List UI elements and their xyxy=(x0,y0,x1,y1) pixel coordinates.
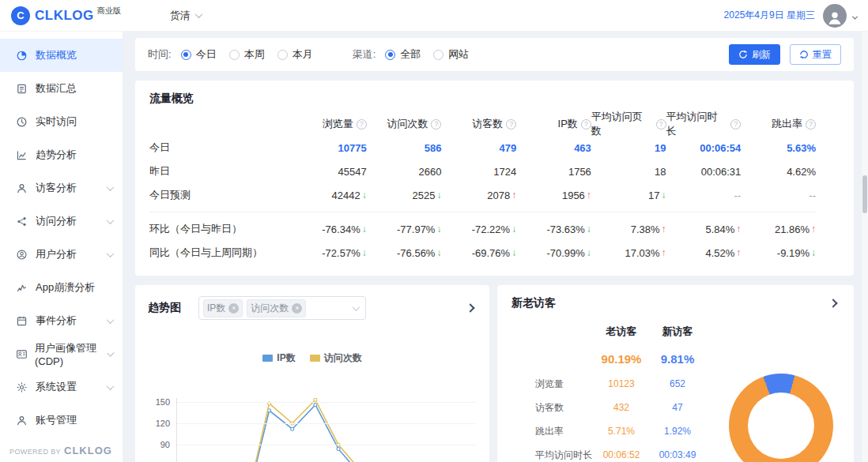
info-icon[interactable]: ? xyxy=(656,119,666,130)
metric-value: 42442↓ xyxy=(292,183,367,207)
metric-text: -77.97% xyxy=(397,223,435,235)
metric-text: -76.56% xyxy=(397,247,435,259)
y-tick-label: 120 xyxy=(156,419,170,428)
row-label: 今日 xyxy=(149,136,292,160)
metric-value: 18 xyxy=(591,160,666,183)
time-filter-label: 时间: xyxy=(148,47,172,62)
time-option-0[interactable]: 今日 xyxy=(181,47,217,62)
legend-swatch xyxy=(310,355,320,362)
sidebar-item-visit-analysis[interactable]: 访问分析 xyxy=(0,205,123,238)
info-icon[interactable]: ? xyxy=(506,119,516,130)
filter-bar: 时间: 今日本周本月 渠道: 全部网站 刷新 重置 xyxy=(135,38,854,71)
y-tick-label: 150 xyxy=(156,397,170,407)
sidebar-item-event-analysis[interactable]: 事件分析 xyxy=(0,304,123,337)
sidebar-item-data-summary[interactable]: 数据汇总 xyxy=(0,72,123,105)
gridline xyxy=(177,402,477,403)
metric-text: -72.22% xyxy=(472,223,510,235)
remove-tag-icon[interactable]: × xyxy=(228,303,239,314)
chevron-right-icon xyxy=(466,303,474,312)
main-content: 时间: 今日本周本月 渠道: 全部网站 刷新 重置 流量概览 浏览量?访问次数?… xyxy=(123,32,868,462)
trend-chart-card: 趋势图 IP数×访问次数× IP数访问次数 15012090 xyxy=(135,285,489,462)
sidebar-item-account-management[interactable]: 账号管理 xyxy=(0,404,123,437)
metric-value: 4.62% xyxy=(741,160,816,183)
metric-value: 17↓ xyxy=(591,183,666,207)
gridline xyxy=(177,445,477,445)
bottom-row: 趋势图 IP数×访问次数× IP数访问次数 15012090 xyxy=(135,285,854,462)
sidebar-item-realtime-visits[interactable]: 实时访问 xyxy=(0,105,123,138)
user-menu-caret[interactable] xyxy=(853,9,857,23)
sidebar-item-visitor-analysis[interactable]: 访客分析 xyxy=(0,171,123,205)
sidebar-item-app-crash-analysis[interactable]: App崩溃分析 xyxy=(0,271,123,304)
info-icon[interactable]: ? xyxy=(581,119,591,130)
y-axis-labels: 15012090 xyxy=(148,398,176,462)
metric-value: 4.52%↑ xyxy=(666,241,742,265)
column-header: 访客数? xyxy=(441,112,516,136)
legend-label: 访问次数 xyxy=(324,351,362,365)
metric-text: 2525 xyxy=(413,190,436,201)
metric-multiselect[interactable]: IP数×访问次数× xyxy=(198,296,366,320)
time-option-2[interactable]: 本月 xyxy=(277,47,313,62)
traffic-overview-card: 流量概览 浏览量?访问次数?访客数?IP数?平均访问页数?平均访问时长?跳出率?… xyxy=(135,81,854,276)
sidebar-item-label: 数据概览 xyxy=(36,48,77,62)
remove-tag-icon[interactable]: × xyxy=(292,303,302,314)
chevron-down-icon xyxy=(107,183,115,191)
reset-button[interactable]: 重置 xyxy=(790,44,841,65)
metric-text: -76.34% xyxy=(322,223,360,235)
sidebar-item-trend-analysis[interactable]: 趋势分析 xyxy=(0,138,123,171)
sidebar-item-cdp-management[interactable]: 用户画像管理(CDP) xyxy=(0,337,123,370)
event-icon xyxy=(16,314,28,327)
chevron-down-icon xyxy=(107,382,115,390)
column-header: 平均访问页数? xyxy=(591,112,666,136)
channel-option-1[interactable]: 网站 xyxy=(433,47,469,62)
project-select-value: 货清 xyxy=(170,9,191,23)
reset-icon xyxy=(799,50,809,59)
info-icon[interactable]: ? xyxy=(357,119,367,130)
chevron-down-icon xyxy=(194,10,202,18)
visitor-row-label: 访客数 xyxy=(535,396,597,419)
trend-chart-title: 趋势图 xyxy=(148,301,181,315)
scrollbar-thumb[interactable] xyxy=(862,175,867,213)
info-icon[interactable]: ? xyxy=(730,119,741,130)
time-option-1[interactable]: 本周 xyxy=(229,47,265,62)
refresh-button[interactable]: 刷新 xyxy=(729,44,780,65)
sidebar-item-user-analysis[interactable]: 用户分析 xyxy=(0,238,123,271)
metric-value: -- xyxy=(741,183,816,207)
project-select[interactable]: 货清 xyxy=(170,9,202,23)
powered-by-text: POWERED BY xyxy=(9,448,61,456)
sidebar-item-label: 访问分析 xyxy=(36,214,77,228)
trend-chart-area: 15012090 xyxy=(148,398,477,462)
old-visitor-value: 5.71% xyxy=(597,419,646,443)
metric-value: 1724 xyxy=(441,160,516,183)
channel-radio-group: 全部网站 xyxy=(385,47,481,62)
visitor-row-label: 跳出率 xyxy=(535,419,597,443)
legend-item[interactable]: IP数 xyxy=(262,351,295,365)
sidebar-item-data-overview[interactable]: 数据概览 xyxy=(0,39,123,72)
user-avatar[interactable] xyxy=(823,4,847,28)
trend-line-svg xyxy=(177,398,477,462)
visitor-col-header: 新访客 xyxy=(646,321,709,342)
sidebar-item-label: 用户分析 xyxy=(36,247,77,261)
legend-item[interactable]: 访问次数 xyxy=(310,351,362,365)
sidebar-item-label: 账号管理 xyxy=(36,413,77,427)
visit-icon xyxy=(16,215,28,227)
metric-text: 21.86% xyxy=(775,223,810,235)
old-visitor-percentage: 90.19% xyxy=(597,345,646,372)
sidebar-item-label: 系统设置 xyxy=(36,380,77,394)
trend-icon xyxy=(16,148,28,161)
metric-text: -70.99% xyxy=(546,247,584,259)
visitors-detail-arrow[interactable] xyxy=(827,297,840,310)
trend-detail-arrow[interactable] xyxy=(464,302,477,314)
info-icon[interactable]: ? xyxy=(806,119,816,130)
row-label: 昨日 xyxy=(149,160,292,183)
radio-label: 网站 xyxy=(448,47,469,62)
visitors-card-title: 新老访客 xyxy=(511,296,556,310)
sidebar-item-system-settings[interactable]: 系统设置 xyxy=(0,370,123,404)
time-radio-group: 今日本周本月 xyxy=(181,47,326,62)
table-divider xyxy=(149,212,816,212)
info-icon[interactable]: ? xyxy=(431,119,441,130)
metric-tag-label: IP数 xyxy=(207,302,225,315)
clklog-dashboard: C CLKLOG 商业版 货清 2025年4月9日 星期三 数据概览数据汇总实时… xyxy=(0,0,868,462)
channel-option-0[interactable]: 全部 xyxy=(385,47,421,62)
visitor-row-label: 浏览量 xyxy=(535,372,597,396)
refresh-button-label: 刷新 xyxy=(752,48,771,62)
